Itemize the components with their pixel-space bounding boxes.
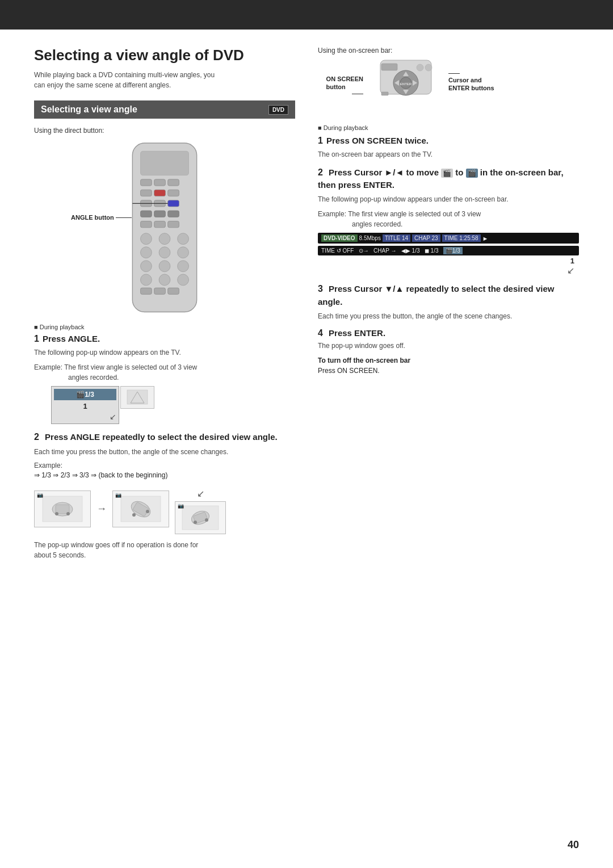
popup-illustration-1: 🎬1/3 1 ↙ xyxy=(51,386,295,424)
cursor-label: Cursor and ENTER buttons xyxy=(448,76,494,93)
svg-rect-7 xyxy=(168,190,179,196)
svg-point-39 xyxy=(66,512,70,515)
svg-rect-12 xyxy=(154,211,166,217)
svg-rect-6 xyxy=(154,190,166,196)
right-step-3-title: 3 Press Cursor ▼/▲ repeatedly to select … xyxy=(318,283,579,307)
svg-rect-14 xyxy=(141,221,152,228)
svg-point-24 xyxy=(159,261,170,272)
during-playback-left: During playback xyxy=(34,324,295,330)
dvd-bar-1: DVD-VIDEO 8.5Mbps TITLE 14 CHAP 23 TIME … xyxy=(318,233,579,244)
step-2-title: 2 Press ANGLE repeatedly to select the d… xyxy=(34,431,295,443)
step-2-block: 2 Press ANGLE repeatedly to select the d… xyxy=(34,431,295,560)
svg-rect-5 xyxy=(141,190,152,196)
remote-svg xyxy=(116,139,213,316)
remote-illustration: ANGLE button xyxy=(34,139,295,318)
svg-point-22 xyxy=(178,247,189,258)
svg-text:ENTER: ENTER xyxy=(400,82,412,86)
direct-button-label: Using the direct button: xyxy=(34,127,295,135)
svg-point-26 xyxy=(141,274,152,286)
step-1-block: 1 Press ANGLE. The following pop-up wind… xyxy=(34,334,295,424)
right-step-2-title: 2 Press Cursor ►/◄ to move 🎬 to 🎬 in the… xyxy=(318,166,579,191)
svg-point-19 xyxy=(178,233,189,245)
svg-point-52 xyxy=(425,64,432,71)
page-title: Selecting a view angle of DVD xyxy=(34,47,295,64)
svg-point-20 xyxy=(141,247,152,258)
header-bar xyxy=(0,0,613,30)
angle-number: 1 xyxy=(318,257,579,265)
car-illustrations: 📷 → 📷 xyxy=(34,484,295,534)
right-step-2-example: Example: The first view angle is selecte… xyxy=(318,209,579,229)
page-number: 40 xyxy=(568,839,579,851)
step-1-desc: The following pop-up window appears on t… xyxy=(34,347,295,358)
angle-cursor-icon: ↙ xyxy=(318,265,579,276)
formula-line: ⇒ 1/3 ⇒ 2/3 ⇒ 3/3 ⇒ (back to the beginni… xyxy=(34,471,295,479)
svg-rect-15 xyxy=(154,221,166,228)
during-playback-right: During playback xyxy=(318,124,579,131)
svg-point-17 xyxy=(141,233,152,245)
svg-point-48 xyxy=(194,521,197,524)
step-1-title: 1 Press ANGLE. xyxy=(34,334,295,344)
svg-rect-16 xyxy=(168,221,179,228)
right-step-2-block: 2 Press Cursor ►/◄ to move 🎬 to 🎬 in the… xyxy=(318,166,579,276)
angle-button-label: ANGLE button xyxy=(71,214,114,221)
svg-point-21 xyxy=(159,247,170,258)
right-step-3-desc: Each time you press the button, the angl… xyxy=(318,311,579,321)
svg-rect-2 xyxy=(141,179,152,186)
svg-point-27 xyxy=(159,274,170,286)
dvd-badge: DVD xyxy=(268,105,288,115)
dvd-bar-2: TIME ↺ OFF ⊙→ CHAP → ◀▶ 1/3 ◼ 1/3 🎬1/3 xyxy=(318,246,579,255)
svg-point-43 xyxy=(132,513,136,517)
main-content: Selecting a view angle of DVD While play… xyxy=(0,30,613,601)
svg-rect-3 xyxy=(154,179,166,186)
svg-point-28 xyxy=(178,274,189,286)
svg-point-38 xyxy=(55,512,58,515)
right-column: Using the on-screen bar: ON SCREEN butto… xyxy=(318,47,579,567)
svg-rect-1 xyxy=(141,151,189,175)
page-subtitle: While playing back a DVD containing mult… xyxy=(34,70,295,90)
svg-rect-29 xyxy=(141,288,152,294)
svg-rect-31 xyxy=(168,288,179,294)
right-step-1-desc: The on-screen bar appears on the TV. xyxy=(318,149,579,160)
right-step-2-desc: The following pop-up window appears unde… xyxy=(318,194,579,204)
right-step-4-title: 4 Press ENTER. xyxy=(318,328,579,338)
right-step-1-block: 1 Press ON SCREEN twice. The on-screen b… xyxy=(318,136,579,160)
onscreen-bar-label: Using the on-screen bar: xyxy=(318,47,579,54)
svg-point-44 xyxy=(146,510,149,513)
on-screen-label: ON SCREEN button xyxy=(326,75,363,91)
step-1-example: Example: The first view angle is selecte… xyxy=(34,362,295,383)
svg-rect-11 xyxy=(141,211,152,217)
left-column: Selecting a view angle of DVD While play… xyxy=(34,47,295,567)
right-step-4-block: 4 Press ENTER. The pop-up window goes of… xyxy=(318,328,579,376)
svg-point-18 xyxy=(159,233,170,245)
svg-rect-4 xyxy=(168,179,179,186)
example-label: Example: xyxy=(34,462,295,469)
svg-point-25 xyxy=(178,261,189,272)
svg-rect-10 xyxy=(168,200,179,207)
svg-rect-13 xyxy=(168,211,179,217)
svg-point-51 xyxy=(417,64,423,71)
onscreen-remote-area: ON SCREEN button xyxy=(318,59,579,118)
section-header: Selecting a view angle DVD xyxy=(34,100,295,119)
svg-point-49 xyxy=(205,518,208,522)
step-2-desc: Each time you press the button, the angl… xyxy=(34,447,295,457)
svg-rect-30 xyxy=(154,288,166,294)
svg-point-23 xyxy=(141,261,152,272)
onscreen-remote-svg: ENTER xyxy=(369,59,443,116)
popup-note: The pop-up window goes off if no operati… xyxy=(34,540,295,560)
right-step-4-desc: The pop-up window goes off. xyxy=(318,341,579,351)
turn-off-section: To turn off the on-screen bar Press ON S… xyxy=(318,355,579,376)
svg-rect-61 xyxy=(381,92,388,95)
svg-rect-53 xyxy=(381,64,397,70)
right-step-3-block: 3 Press Cursor ▼/▲ repeatedly to select … xyxy=(318,283,579,321)
right-step-1-title: 1 Press ON SCREEN twice. xyxy=(318,136,579,146)
